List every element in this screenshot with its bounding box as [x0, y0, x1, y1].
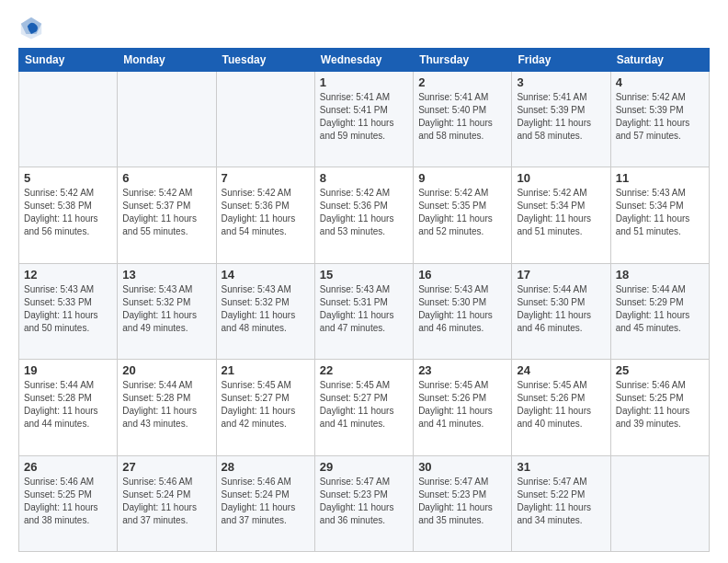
day-number: 19: [24, 363, 112, 377]
day-info: Sunrise: 5:41 AM Sunset: 5:39 PM Dayligh…: [517, 91, 605, 143]
day-number: 17: [517, 268, 605, 282]
day-number: 16: [418, 268, 506, 282]
calendar-day-19: 19Sunrise: 5:44 AM Sunset: 5:28 PM Dayli…: [19, 360, 118, 455]
calendar-day-2: 2Sunrise: 5:41 AM Sunset: 5:40 PM Daylig…: [414, 72, 512, 167]
day-info: Sunrise: 5:47 AM Sunset: 5:22 PM Dayligh…: [517, 476, 605, 527]
calendar-day-24: 24Sunrise: 5:45 AM Sunset: 5:26 PM Dayli…: [512, 360, 610, 455]
day-info: Sunrise: 5:43 AM Sunset: 5:30 PM Dayligh…: [418, 283, 506, 335]
page: SundayMondayTuesdayWednesdayThursdayFrid…: [0, 0, 728, 563]
day-number: 5: [24, 171, 112, 185]
day-number: 24: [517, 363, 605, 377]
calendar-week-row: 5Sunrise: 5:42 AM Sunset: 5:38 PM Daylig…: [19, 167, 710, 263]
calendar-day-26: 26Sunrise: 5:46 AM Sunset: 5:25 PM Dayli…: [19, 455, 118, 551]
day-info: Sunrise: 5:42 AM Sunset: 5:34 PM Dayligh…: [517, 187, 605, 238]
day-number: 22: [320, 363, 408, 377]
calendar-week-row: 1Sunrise: 5:41 AM Sunset: 5:41 PM Daylig…: [19, 72, 710, 167]
day-number: 1: [320, 75, 408, 89]
weekday-header-sunday: Sunday: [19, 49, 118, 72]
day-info: Sunrise: 5:47 AM Sunset: 5:23 PM Dayligh…: [320, 476, 408, 527]
day-number: 27: [122, 460, 210, 474]
day-number: 6: [122, 171, 210, 185]
day-info: Sunrise: 5:42 AM Sunset: 5:36 PM Dayligh…: [222, 187, 310, 238]
day-info: Sunrise: 5:42 AM Sunset: 5:39 PM Dayligh…: [616, 91, 704, 143]
day-number: 8: [320, 171, 408, 185]
day-info: Sunrise: 5:46 AM Sunset: 5:25 PM Dayligh…: [24, 476, 112, 527]
day-info: Sunrise: 5:42 AM Sunset: 5:38 PM Dayligh…: [24, 187, 112, 238]
calendar-day-11: 11Sunrise: 5:43 AM Sunset: 5:34 PM Dayli…: [610, 167, 709, 263]
day-info: Sunrise: 5:42 AM Sunset: 5:35 PM Dayligh…: [418, 187, 506, 238]
calendar-day-28: 28Sunrise: 5:46 AM Sunset: 5:24 PM Dayli…: [216, 455, 314, 551]
weekday-header-row: SundayMondayTuesdayWednesdayThursdayFrid…: [19, 49, 710, 72]
day-info: Sunrise: 5:43 AM Sunset: 5:32 PM Dayligh…: [222, 283, 310, 335]
calendar-day-15: 15Sunrise: 5:43 AM Sunset: 5:31 PM Dayli…: [314, 263, 413, 359]
calendar-week-row: 19Sunrise: 5:44 AM Sunset: 5:28 PM Dayli…: [19, 360, 710, 455]
day-number: 18: [616, 268, 704, 282]
day-number: 30: [418, 460, 506, 474]
day-number: 28: [222, 460, 310, 474]
calendar-day-9: 9Sunrise: 5:42 AM Sunset: 5:35 PM Daylig…: [414, 167, 512, 263]
calendar-day-13: 13Sunrise: 5:43 AM Sunset: 5:32 PM Dayli…: [118, 263, 216, 359]
calendar-day-20: 20Sunrise: 5:44 AM Sunset: 5:28 PM Dayli…: [118, 360, 216, 455]
calendar-day-10: 10Sunrise: 5:42 AM Sunset: 5:34 PM Dayli…: [512, 167, 610, 263]
day-info: Sunrise: 5:43 AM Sunset: 5:32 PM Dayligh…: [122, 283, 210, 335]
logo-icon: [18, 15, 44, 40]
day-number: 26: [24, 460, 112, 474]
calendar-day-6: 6Sunrise: 5:42 AM Sunset: 5:37 PM Daylig…: [118, 167, 216, 263]
weekday-header-thursday: Thursday: [414, 49, 512, 72]
calendar-day-22: 22Sunrise: 5:45 AM Sunset: 5:27 PM Dayli…: [314, 360, 413, 455]
day-number: 31: [517, 460, 605, 474]
day-number: 21: [222, 363, 310, 377]
day-info: Sunrise: 5:42 AM Sunset: 5:37 PM Dayligh…: [122, 187, 210, 238]
day-number: 25: [616, 363, 704, 377]
calendar-empty-cell: [216, 72, 314, 167]
weekday-header-saturday: Saturday: [610, 49, 709, 72]
calendar-week-row: 26Sunrise: 5:46 AM Sunset: 5:25 PM Dayli…: [19, 455, 710, 551]
day-number: 23: [418, 363, 506, 377]
day-number: 15: [320, 268, 408, 282]
day-number: 29: [320, 460, 408, 474]
day-info: Sunrise: 5:45 AM Sunset: 5:27 PM Dayligh…: [320, 379, 408, 431]
day-number: 12: [24, 268, 112, 282]
calendar-body: 1Sunrise: 5:41 AM Sunset: 5:41 PM Daylig…: [19, 72, 710, 552]
calendar-day-30: 30Sunrise: 5:47 AM Sunset: 5:23 PM Dayli…: [414, 455, 512, 551]
weekday-header-tuesday: Tuesday: [216, 49, 314, 72]
day-number: 2: [418, 75, 506, 89]
calendar-day-23: 23Sunrise: 5:45 AM Sunset: 5:26 PM Dayli…: [414, 360, 512, 455]
calendar-header: SundayMondayTuesdayWednesdayThursdayFrid…: [19, 49, 710, 72]
calendar-day-21: 21Sunrise: 5:45 AM Sunset: 5:27 PM Dayli…: [216, 360, 314, 455]
calendar-day-18: 18Sunrise: 5:44 AM Sunset: 5:29 PM Dayli…: [610, 263, 709, 359]
day-info: Sunrise: 5:44 AM Sunset: 5:29 PM Dayligh…: [616, 283, 704, 335]
day-number: 9: [418, 171, 506, 185]
weekday-header-wednesday: Wednesday: [314, 49, 413, 72]
day-info: Sunrise: 5:44 AM Sunset: 5:30 PM Dayligh…: [517, 283, 605, 335]
day-info: Sunrise: 5:43 AM Sunset: 5:31 PM Dayligh…: [320, 283, 408, 335]
calendar-day-31: 31Sunrise: 5:47 AM Sunset: 5:22 PM Dayli…: [512, 455, 610, 551]
calendar-empty-cell: [610, 455, 709, 551]
logo: [18, 15, 48, 40]
calendar-day-1: 1Sunrise: 5:41 AM Sunset: 5:41 PM Daylig…: [314, 72, 413, 167]
weekday-header-friday: Friday: [512, 49, 610, 72]
day-info: Sunrise: 5:45 AM Sunset: 5:26 PM Dayligh…: [517, 379, 605, 431]
day-info: Sunrise: 5:44 AM Sunset: 5:28 PM Dayligh…: [24, 379, 112, 431]
day-info: Sunrise: 5:41 AM Sunset: 5:41 PM Dayligh…: [320, 91, 408, 143]
calendar-day-12: 12Sunrise: 5:43 AM Sunset: 5:33 PM Dayli…: [19, 263, 118, 359]
calendar-empty-cell: [118, 72, 216, 167]
calendar-empty-cell: [19, 72, 118, 167]
day-info: Sunrise: 5:45 AM Sunset: 5:26 PM Dayligh…: [418, 379, 506, 431]
calendar-day-7: 7Sunrise: 5:42 AM Sunset: 5:36 PM Daylig…: [216, 167, 314, 263]
calendar-day-4: 4Sunrise: 5:42 AM Sunset: 5:39 PM Daylig…: [610, 72, 709, 167]
calendar-day-5: 5Sunrise: 5:42 AM Sunset: 5:38 PM Daylig…: [19, 167, 118, 263]
day-number: 3: [517, 75, 605, 89]
day-info: Sunrise: 5:46 AM Sunset: 5:24 PM Dayligh…: [122, 476, 210, 527]
day-info: Sunrise: 5:43 AM Sunset: 5:33 PM Dayligh…: [24, 283, 112, 335]
day-number: 20: [122, 363, 210, 377]
calendar-day-29: 29Sunrise: 5:47 AM Sunset: 5:23 PM Dayli…: [314, 455, 413, 551]
day-info: Sunrise: 5:46 AM Sunset: 5:25 PM Dayligh…: [616, 379, 704, 431]
day-number: 13: [122, 268, 210, 282]
calendar-day-8: 8Sunrise: 5:42 AM Sunset: 5:36 PM Daylig…: [314, 167, 413, 263]
calendar-day-27: 27Sunrise: 5:46 AM Sunset: 5:24 PM Dayli…: [118, 455, 216, 551]
calendar-table: SundayMondayTuesdayWednesdayThursdayFrid…: [18, 48, 710, 552]
calendar-day-16: 16Sunrise: 5:43 AM Sunset: 5:30 PM Dayli…: [414, 263, 512, 359]
calendar-day-3: 3Sunrise: 5:41 AM Sunset: 5:39 PM Daylig…: [512, 72, 610, 167]
day-number: 11: [616, 171, 704, 185]
